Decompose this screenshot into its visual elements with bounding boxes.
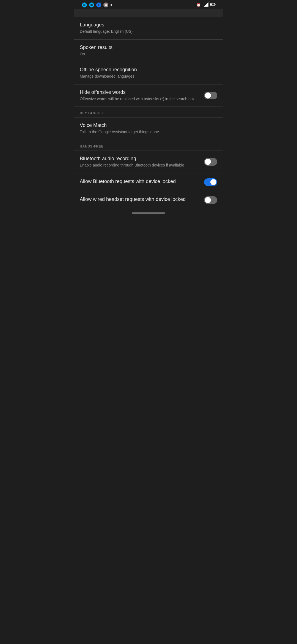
toggle-thumb-3 <box>205 92 211 99</box>
settings-text-9: Allow wired headset requests with device… <box>80 197 201 203</box>
settings-title-7: Bluetooth audio recording <box>80 156 201 162</box>
settings-title-3: Hide offensive words <box>80 89 201 95</box>
settings-subtitle-3: Offensive words will be replaced with as… <box>80 96 201 102</box>
toggle-track-8 <box>204 178 217 186</box>
settings-subtitle-0: Default language: English (US) <box>80 29 217 34</box>
messenger-icon: M <box>82 2 87 7</box>
settings-text-8: Allow Bluetooth requests with device loc… <box>80 179 201 185</box>
notification-dot <box>111 4 112 6</box>
settings-title-1: Spoken results <box>80 45 217 50</box>
section-header-hey-google: HEY GOOGLE <box>74 107 223 117</box>
toggle-7[interactable] <box>204 158 217 166</box>
toggle-9[interactable] <box>204 196 217 204</box>
section-header-hands-free: HANDS-FREE <box>74 140 223 151</box>
settings-title-8: Allow Bluetooth requests with device loc… <box>80 179 201 184</box>
settings-subtitle-2: Manage downloaded languages <box>80 74 217 79</box>
settings-item-7[interactable]: Bluetooth audio recordingEnable audio re… <box>74 151 223 173</box>
home-indicator <box>132 212 165 214</box>
alarm-icon: ⏰ <box>103 2 108 7</box>
toggle-thumb-9 <box>205 197 211 203</box>
toggle-8[interactable] <box>204 178 217 186</box>
svg-rect-3 <box>210 4 212 6</box>
settings-title-2: Offline speech recognition <box>80 67 217 73</box>
settings-list: LanguagesDefault language: English (US)S… <box>74 17 223 209</box>
settings-item-0[interactable]: LanguagesDefault language: English (US) <box>74 17 223 39</box>
alarm-status-icon: ⏰ <box>196 3 201 7</box>
settings-text-5: Voice MatchTalk to the Google Assistant … <box>80 122 217 135</box>
settings-subtitle-5: Talk to the Google Assistant to get thin… <box>80 129 217 135</box>
status-right: ⏰ <box>196 2 217 7</box>
settings-item-3[interactable]: Hide offensive wordsOffensive words will… <box>74 84 223 107</box>
settings-subtitle-7: Enable audio recording through Bluetooth… <box>80 163 201 168</box>
settings-text-1: Spoken resultsOn <box>80 45 217 57</box>
settings-item-5[interactable]: Voice MatchTalk to the Google Assistant … <box>74 118 223 140</box>
settings-text-2: Offline speech recognitionManage downloa… <box>80 67 217 79</box>
svg-rect-2 <box>215 4 216 5</box>
settings-text-7: Bluetooth audio recordingEnable audio re… <box>80 156 201 168</box>
toggle-track-7 <box>204 158 217 166</box>
facebook-icon: f <box>96 2 101 7</box>
toggle-track-9 <box>204 196 217 204</box>
settings-item-9[interactable]: Allow wired headset requests with device… <box>74 191 223 209</box>
status-left: M m f ⏰ <box>80 2 112 7</box>
settings-title-5: Voice Match <box>80 122 217 128</box>
status-bar: M m f ⏰ ⏰ <box>74 0 223 9</box>
settings-subtitle-1: On <box>80 51 217 57</box>
settings-item-2[interactable]: Offline speech recognitionManage downloa… <box>74 62 223 84</box>
settings-item-1[interactable]: Spoken resultsOn <box>74 40 223 62</box>
toggle-3[interactable] <box>204 92 217 99</box>
toggle-thumb-8 <box>210 179 216 185</box>
settings-item-8[interactable]: Allow Bluetooth requests with device loc… <box>74 173 223 191</box>
settings-text-3: Hide offensive wordsOffensive words will… <box>80 89 201 102</box>
settings-text-0: LanguagesDefault language: English (US) <box>80 22 217 34</box>
bottom-bar <box>74 209 223 217</box>
svg-marker-0 <box>204 2 208 7</box>
battery-icon <box>210 3 216 7</box>
settings-title-0: Languages <box>80 22 217 28</box>
settings-title-9: Allow wired headset requests with device… <box>80 197 201 202</box>
toggle-track-3 <box>204 92 217 99</box>
messenger2-icon: m <box>89 2 94 7</box>
signal-icon <box>204 2 208 7</box>
toolbar <box>74 9 223 17</box>
toggle-thumb-7 <box>205 159 211 165</box>
